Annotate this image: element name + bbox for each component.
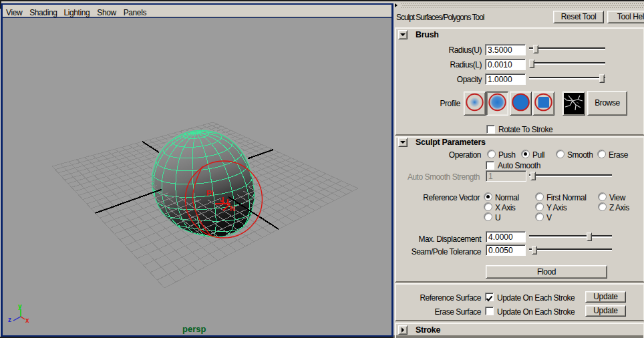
svg-text:N: N [230, 204, 235, 212]
svg-text:Pl: Pl [206, 189, 213, 197]
svg-text:persp: persp [182, 324, 206, 334]
svg-text:y: y [18, 303, 22, 310]
svg-text:x: x [25, 317, 29, 324]
svg-text:z: z [8, 316, 11, 323]
